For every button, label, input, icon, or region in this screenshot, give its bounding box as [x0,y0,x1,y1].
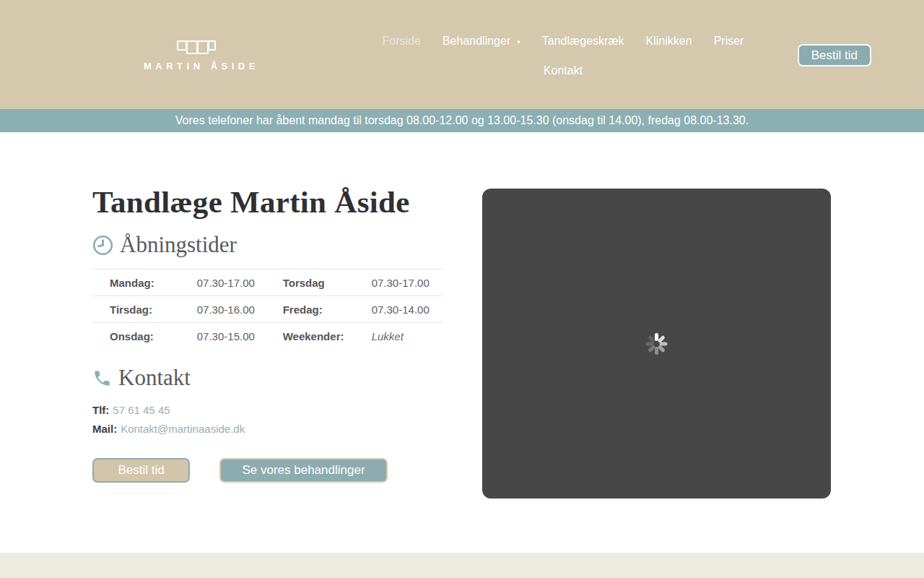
book-appointment-button-secondary[interactable]: Bestil tid [92,458,190,483]
nav-item-behandlinger[interactable]: Behandlinger▾ [443,27,520,56]
day-label: Onsdag: [92,323,197,350]
main-nav: Forside Behandlinger▾ Tandlægeskræk Klin… [357,27,769,85]
contact-heading: Kontakt [92,365,443,391]
book-appointment-button[interactable]: Bestil tid [798,44,871,66]
info-column: Tandlæge Martin Åside Åbningstider Manda… [92,184,443,483]
mail-row: Mail:Kontakt@martinaaside.dk [92,423,443,435]
loading-spinner-icon [641,328,673,360]
teeth-logo-icon [144,40,249,56]
day-hours: 07.30-17.00 [197,269,283,296]
nav-item-tandlaegeskraek[interactable]: Tandlægeskræk [542,27,624,56]
day-label: Fredag: [283,296,372,323]
nav-item-forside[interactable]: Forside [383,27,421,56]
mail-label: Mail: [92,423,117,435]
nav-item-klinikken[interactable]: Klinikken [646,27,692,56]
nav-item-kontakt[interactable]: Kontakt [544,56,583,85]
logo-text: MARTIN ÅSIDE [144,61,249,72]
announcement-bar: Vores telefoner har åbent mandag til tor… [0,109,924,132]
day-label: Weekender: [283,323,372,350]
table-row: Onsdag: 07.30-15.00 Weekender: Lukket [92,323,443,350]
section-title: Kontakt [118,365,191,391]
day-hours: 07.30-14.00 [372,296,443,323]
footer-band [0,553,924,578]
day-label: Torsdag [283,269,372,296]
day-hours: 07.30-15.00 [197,323,283,350]
phone-link[interactable]: 57 61 45 45 [113,404,170,416]
day-label: Tirsdag: [92,296,197,323]
see-treatments-button[interactable]: Se vores behandlinger [219,458,388,483]
table-row: Tirsdag: 07.30-16.00 Fredag: 07.30-14.00 [92,296,443,323]
day-hours: Lukket [372,323,443,350]
chevron-down-icon: ▾ [517,38,520,46]
table-row: Mandag: 07.30-17.00 Torsdag 07.30-17.00 [92,269,443,296]
mail-link[interactable]: Kontakt@martinaaside.dk [121,423,245,435]
opening-hours-table: Mandag: 07.30-17.00 Torsdag 07.30-17.00 … [92,269,443,349]
video-placeholder[interactable] [482,189,831,499]
main-content: Tandlæge Martin Åside Åbningstider Manda… [0,132,924,553]
day-label: Mandag: [92,269,197,296]
nav-item-priser[interactable]: Priser [714,27,744,56]
nav-item-label: Behandlinger [443,35,510,47]
day-hours: 07.30-17.00 [372,269,443,296]
site-header: MARTIN ÅSIDE Forside Behandlinger▾ Tandl… [0,0,924,109]
announcement-text: Vores telefoner har åbent mandag til tor… [175,114,749,127]
opening-hours-heading: Åbningstider [92,232,443,258]
phone-icon [92,368,112,388]
cta-row: Bestil tid Se vores behandlinger [92,458,443,483]
phone-label: Tlf: [92,404,109,416]
logo[interactable]: MARTIN ÅSIDE [144,40,249,72]
section-title: Åbningstider [120,232,237,258]
day-hours: 07.30-16.00 [197,296,283,323]
phone-row: Tlf:57 61 45 45 [92,404,443,416]
page-title: Tandlæge Martin Åside [92,184,443,220]
clock-icon [92,235,113,256]
